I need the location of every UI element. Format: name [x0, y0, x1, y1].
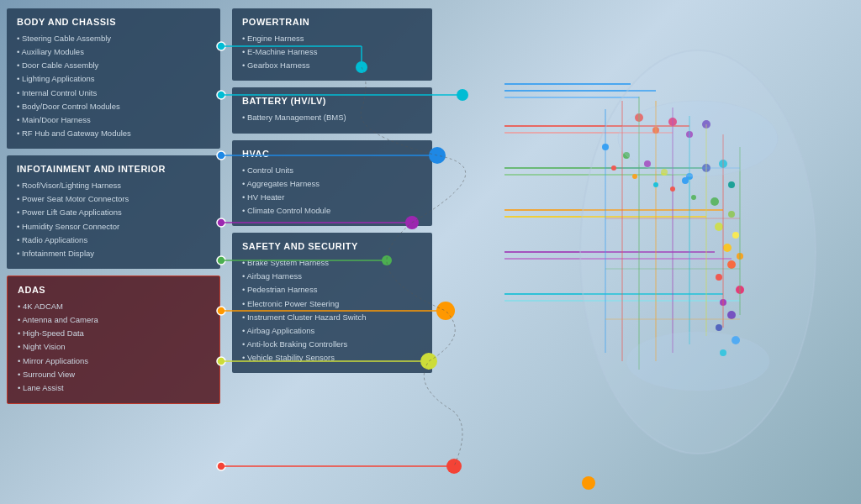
right-panel [437, 0, 861, 504]
body-chassis-items: Steering Cable Assembly Auxiliary Module… [17, 32, 210, 140]
list-item: Power Seat Motor Connectors [17, 192, 210, 206]
list-item: E-Machine Harness [242, 45, 422, 59]
list-item: Internal Control Units [17, 87, 210, 100]
hvac-items: Control Units Aggregates Harness HV Heat… [242, 164, 422, 218]
list-item: Antenna and Camera [18, 313, 209, 327]
safety-items: Brake System Harness Airbag Harness Pede… [242, 256, 422, 365]
list-item: 4K ADCAM [18, 300, 209, 313]
list-item: Anti-lock Braking Controllers [242, 338, 422, 351]
powertrain-title: POWERTRAIN [242, 17, 422, 27]
list-item: Control Units [242, 164, 422, 177]
list-item: Door Cable Assembly [17, 59, 210, 72]
card-safety: SAFETY AND SECURITY Brake System Harness… [232, 233, 432, 373]
list-item: Lighting Applications [17, 72, 210, 86]
card-hvac: HVAC Control Units Aggregates Harness HV… [232, 140, 432, 227]
infotainment-title: INFOTAINMENT AND INTERIOR [17, 164, 210, 174]
list-item: High-Speed Data [18, 327, 209, 340]
list-item: Radio Applications [17, 234, 210, 247]
list-item: Airbag Applications [242, 324, 422, 338]
list-item: RF Hub and Gateway Modules [17, 127, 210, 140]
infotainment-items: Roof/Visor/Lighting Harness Power Seat M… [17, 179, 210, 260]
list-item: Climate Control Module [242, 204, 422, 218]
card-battery: BATTERY (HV/LV) Battery Management (BMS) [232, 87, 432, 133]
list-item: Battery Management (BMS) [242, 111, 422, 124]
list-item: Airbag Harness [242, 270, 422, 283]
card-powertrain: POWERTRAIN Engine Harness E-Machine Harn… [232, 8, 432, 81]
list-item: Body/Door Control Modules [17, 100, 210, 113]
adas-title: ADAS [18, 285, 209, 295]
safety-title: SAFETY AND SECURITY [242, 241, 422, 251]
list-item: Auxiliary Modules [17, 45, 210, 59]
list-item: Power Lift Gate Applications [17, 206, 210, 219]
middle-panel: POWERTRAIN Engine Harness E-Machine Harn… [227, 0, 437, 504]
list-item: Infotainment Display [17, 247, 210, 260]
battery-items: Battery Management (BMS) [242, 111, 422, 124]
list-item: Roof/Visor/Lighting Harness [17, 179, 210, 192]
list-item: Aggregates Harness [242, 177, 422, 191]
list-item: Surround View [18, 368, 209, 381]
powertrain-items: Engine Harness E-Machine Harness Gearbox… [242, 32, 422, 72]
main-container: BODY AND CHASSIS Steering Cable Assembly… [0, 0, 861, 504]
list-item: Humidity Sensor Connector [17, 220, 210, 234]
list-item: Gearbox Harness [242, 59, 422, 72]
list-item: HV Heater [242, 191, 422, 204]
adas-items: 4K ADCAM Antenna and Camera High-Speed D… [18, 300, 209, 395]
body-chassis-title: BODY AND CHASSIS [17, 17, 210, 27]
card-infotainment: INFOTAINMENT AND INTERIOR Roof/Visor/Lig… [7, 155, 220, 269]
list-item: Engine Harness [242, 32, 422, 45]
list-item: Vehicle Stability Sensors [242, 351, 422, 365]
list-item: Steering Cable Assembly [17, 32, 210, 45]
card-adas: ADAS 4K ADCAM Antenna and Camera High-Sp… [7, 276, 220, 404]
battery-title: BATTERY (HV/LV) [242, 96, 422, 106]
list-item: Night Vision [18, 340, 209, 354]
card-body-chassis: BODY AND CHASSIS Steering Cable Assembly… [7, 8, 220, 149]
list-item: Instrument Cluster Hazard Switch [242, 311, 422, 324]
list-item: Electronic Power Steering [242, 297, 422, 311]
list-item: Mirror Applications [18, 354, 209, 368]
hvac-title: HVAC [242, 149, 422, 159]
list-item: Pedestrian Harness [242, 283, 422, 297]
list-item: Main/Door Harness [17, 113, 210, 127]
list-item: Lane Assist [18, 381, 209, 395]
left-panel: BODY AND CHASSIS Steering Cable Assembly… [0, 0, 227, 504]
list-item: Brake System Harness [242, 256, 422, 270]
